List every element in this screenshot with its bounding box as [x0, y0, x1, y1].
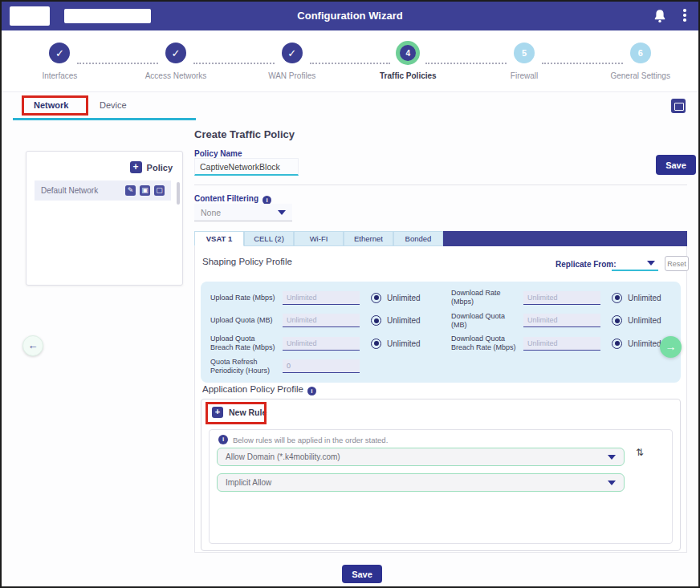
- step-label: WAN Profiles: [268, 71, 315, 80]
- tab-cell[interactable]: CELL (2): [244, 231, 294, 246]
- step-label: Traffic Policies: [380, 71, 437, 80]
- wan-tab-bar: VSAT 1 CELL (2) Wi-FI Ethernet Bonded: [194, 231, 687, 246]
- upload-rate-label: Upload Rate (Mbps): [210, 294, 283, 302]
- step-number-active[interactable]: 4: [396, 41, 420, 65]
- upload-breach-input[interactable]: [283, 337, 360, 351]
- tab-network[interactable]: Network: [34, 100, 68, 110]
- unlimited-label: Unlimited: [387, 339, 421, 348]
- policy-item-name: Default Network: [41, 186, 125, 195]
- list-scrollbar[interactable]: [177, 182, 180, 205]
- delete-icon[interactable]: ▢: [154, 185, 165, 196]
- step-interfaces: Interfaces: [2, 41, 118, 91]
- download-quota-row: Download Quota (MB) Unlimited: [451, 312, 671, 330]
- content-filtering-value: None: [201, 208, 278, 217]
- download-breach-label: Download Quota Breach Rate (Mbps): [451, 335, 523, 353]
- upload-quota-row: Upload Quota (MB) Unlimited: [210, 312, 430, 330]
- content-filtering-select[interactable]: None: [194, 204, 292, 221]
- empty-cell: [451, 358, 671, 376]
- chevron-down-icon: [608, 455, 616, 460]
- rule-value: Implicit Allow: [226, 478, 608, 487]
- add-policy-button[interactable]: Policy: [130, 161, 173, 173]
- edit-icon[interactable]: ✎: [125, 185, 136, 196]
- download-quota-unlimited-radio[interactable]: [612, 315, 622, 326]
- tab-wifi[interactable]: Wi-FI: [294, 231, 344, 246]
- upload-breach-label: Upload Quota Breach Rate (Mbps): [210, 335, 283, 353]
- download-rate-input[interactable]: [523, 291, 600, 305]
- save-button-bottom[interactable]: Save: [342, 565, 382, 583]
- reset-button[interactable]: Reset: [665, 256, 689, 271]
- notifications-bell-icon[interactable]: [653, 9, 666, 23]
- tab-bonded[interactable]: Bonded: [393, 231, 443, 246]
- download-quota-input[interactable]: [523, 314, 600, 327]
- divider: [194, 185, 687, 185]
- shaping-policy-panel: Upload Rate (Mbps) Unlimited Download Ra…: [201, 282, 681, 383]
- policy-list-panel: Policy Default Network ✎ ▣ ▢: [26, 151, 183, 286]
- upload-rate-row: Upload Rate (Mbps) Unlimited: [210, 289, 430, 307]
- step-check-icon[interactable]: [49, 43, 70, 63]
- upload-breach-row: Upload Quota Breach Rate (Mbps) Unlimite…: [210, 335, 430, 353]
- page-title: Configuration Wizard: [2, 10, 698, 22]
- unlimited-label: Unlimited: [628, 339, 661, 348]
- download-quota-label: Download Quota (MB): [451, 312, 523, 330]
- download-rate-label: Download Rate (Mbps): [451, 289, 523, 307]
- quota-refresh-input[interactable]: [283, 359, 360, 373]
- tab-vsat-1[interactable]: VSAT 1: [194, 231, 244, 246]
- shaping-policy-heading: Shaping Policy Profile: [202, 257, 292, 266]
- upload-quota-input[interactable]: [283, 314, 360, 327]
- clone-icon[interactable]: ▣: [140, 185, 150, 196]
- step-number[interactable]: 6: [630, 43, 651, 63]
- replicate-from-select[interactable]: [612, 257, 658, 271]
- chevron-down-icon: [647, 261, 655, 266]
- chevron-down-icon: [608, 481, 616, 485]
- back-arrow-button[interactable]: [22, 335, 43, 356]
- upload-quota-unlimited-radio[interactable]: [371, 315, 381, 326]
- unlimited-label: Unlimited: [387, 316, 421, 325]
- download-rate-row: Download Rate (Mbps) Unlimited: [451, 289, 671, 307]
- upload-breach-unlimited-radio[interactable]: [371, 339, 381, 349]
- info-icon[interactable]: [307, 387, 316, 395]
- tab-ethernet[interactable]: Ethernet: [344, 231, 393, 246]
- quota-refresh-row: Quota Refresh Periodicity (Hours): [210, 358, 430, 376]
- step-wan-profiles: WAN Profiles: [234, 41, 350, 91]
- unlimited-label: Unlimited: [628, 316, 661, 325]
- popout-window-icon[interactable]: [671, 99, 686, 113]
- step-check-icon[interactable]: [282, 43, 303, 63]
- rule-select-allow-domain[interactable]: Allow Domain (*.k4mobility.com): [217, 448, 625, 466]
- policy-item-default-network[interactable]: Default Network ✎ ▣ ▢: [35, 180, 171, 201]
- rules-info-text: Below rules will be applied in the order…: [233, 436, 388, 444]
- policy-name-input[interactable]: [194, 158, 299, 176]
- download-breach-row: Download Quota Breach Rate (Mbps) Unlimi…: [451, 335, 671, 353]
- plus-icon: [130, 161, 142, 173]
- forward-arrow-button[interactable]: [660, 336, 682, 358]
- download-breach-input[interactable]: [523, 337, 600, 351]
- rule-select-implicit-allow[interactable]: Implicit Allow: [217, 473, 625, 492]
- configuration-wizard-window: Configuration Wizard Interfaces Access N…: [0, 0, 700, 588]
- rule-value: Allow Domain (*.k4mobility.com): [226, 452, 608, 461]
- step-number[interactable]: 5: [514, 43, 535, 63]
- plus-icon: [212, 407, 223, 418]
- wizard-stepper: Interfaces Access Networks WAN Profiles …: [2, 30, 698, 92]
- active-tab-underline: [13, 118, 196, 120]
- unlimited-label: Unlimited: [628, 294, 661, 302]
- wan-tab-filler: [443, 231, 687, 246]
- download-breach-unlimited-radio[interactable]: [612, 339, 622, 349]
- upload-quota-label: Upload Quota (MB): [210, 316, 283, 325]
- download-rate-unlimited-radio[interactable]: [612, 293, 622, 303]
- replicate-from-label: Replicate From:: [556, 260, 617, 269]
- reorder-rule-icon[interactable]: [636, 447, 644, 458]
- save-button-top[interactable]: Save: [656, 155, 696, 175]
- kebab-menu-icon[interactable]: [683, 9, 686, 23]
- step-check-icon[interactable]: [165, 43, 186, 63]
- application-policy-heading-text: Application Policy Profile: [202, 384, 303, 394]
- step-label: Interfaces: [42, 71, 77, 80]
- step-label: General Settings: [610, 71, 670, 80]
- upload-rate-unlimited-radio[interactable]: [371, 293, 381, 303]
- info-icon: [218, 435, 228, 444]
- upload-rate-input[interactable]: [283, 291, 360, 305]
- tab-device[interactable]: Device: [100, 100, 127, 110]
- policy-name-label: Policy Name: [194, 149, 242, 158]
- step-label: Firewall: [511, 71, 538, 80]
- application-policy-heading: Application Policy Profile: [202, 384, 316, 395]
- new-rule-label: New Rule: [229, 408, 267, 417]
- new-rule-button[interactable]: New Rule: [212, 407, 267, 418]
